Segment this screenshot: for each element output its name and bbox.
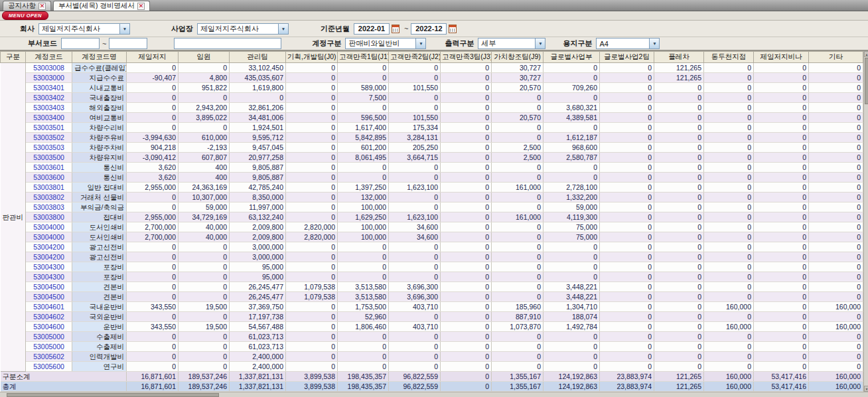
amount-cell[interactable]: 0 [654,133,704,143]
amount-cell[interactable]: 1,623,100 [389,183,441,193]
amount-cell[interactable]: 0 [286,173,338,183]
amount-cell[interactable]: 0 [809,73,863,83]
amount-cell[interactable]: 0 [654,232,704,242]
amount-cell[interactable]: 0 [754,312,809,322]
amount-cell[interactable]: 0 [492,342,543,352]
amount-cell[interactable]: 0 [809,143,863,153]
amount-cell[interactable]: 0 [127,282,179,292]
amount-cell[interactable]: 9,595,712 [230,133,286,143]
amount-cell[interactable]: 0 [809,352,863,362]
amount-cell[interactable]: 19,500 [179,302,230,312]
table-row[interactable]: 53003601통신비3,6204009,805,88700000000000 [1,163,863,173]
account-name-cell[interactable]: 부의금/축의금 [72,202,127,212]
amount-cell[interactable]: 0 [441,103,492,113]
amount-cell[interactable]: 0 [704,262,754,272]
account-code-cell[interactable]: 53004300 [26,272,72,282]
amount-cell[interactable]: 20,977,258 [230,153,286,163]
amount-cell[interactable]: 0 [809,212,863,222]
account-name-cell[interactable]: 시내교통비 [72,83,127,93]
company-select[interactable]: 제일저지주식회사 ▼ [38,23,130,35]
account-code-cell[interactable]: 53003501 [26,123,72,133]
table-row[interactable]: 53004200광고선전비003,000,00000000000000 [1,252,863,262]
amount-cell[interactable]: 0 [704,143,754,153]
table-row[interactable]: 53003503차량주차비904,218-2,1939,457,0450601,… [1,143,863,153]
amount-cell[interactable]: 0 [441,292,492,302]
amount-cell[interactable]: 101,550 [389,113,441,123]
account-code-cell[interactable]: 53005000 [26,342,72,352]
account-name-cell[interactable]: 접대비 [72,212,127,222]
amount-cell[interactable]: 0 [286,193,338,202]
amount-cell[interactable]: 0 [754,103,809,113]
amount-cell[interactable]: 403,710 [389,322,441,332]
amount-cell[interactable]: 8,350,000 [230,193,286,202]
amount-cell[interactable]: 0 [543,242,600,252]
amount-cell[interactable]: 0 [179,352,230,362]
amount-cell[interactable]: 0 [441,282,492,292]
amount-cell[interactable]: 160,000 [809,302,863,312]
amount-cell[interactable]: 0 [338,252,389,262]
amount-cell[interactable]: 0 [704,123,754,133]
amount-cell[interactable]: 0 [492,262,543,272]
amount-cell[interactable]: 0 [600,342,654,352]
amount-cell[interactable]: 0 [492,222,543,232]
amount-cell[interactable]: 0 [338,362,389,372]
amount-cell[interactable]: 3,513,580 [338,292,389,302]
amount-cell[interactable]: 37,369,750 [230,302,286,312]
amount-cell[interactable]: 0 [492,242,543,252]
amount-cell[interactable]: 0 [600,113,654,123]
amount-cell[interactable]: 0 [286,272,338,282]
amount-cell[interactable]: 1,079,538 [286,292,338,302]
amount-cell[interactable]: 30,727 [492,73,543,83]
amount-cell[interactable]: 100,000 [338,202,389,212]
amount-cell[interactable]: 0 [389,362,441,372]
amount-cell[interactable]: 1,492,784 [543,322,600,332]
amount-cell[interactable]: 601,200 [338,143,389,153]
amount-cell[interactable]: 0 [654,143,704,153]
amount-cell[interactable]: 0 [389,272,441,282]
amount-cell[interactable]: 0 [600,63,654,73]
amount-cell[interactable]: 0 [809,103,863,113]
amount-cell[interactable]: 0 [389,242,441,252]
amount-cell[interactable]: 589,000 [338,83,389,93]
amount-cell[interactable]: 596,500 [338,113,389,123]
amount-cell[interactable]: 343,550 [127,322,179,332]
amount-cell[interactable]: 0 [809,262,863,272]
amount-cell[interactable]: 0 [441,73,492,83]
amount-cell[interactable]: 0 [809,183,863,193]
amount-cell[interactable]: 0 [492,173,543,183]
account-code-cell[interactable]: 53004000 [26,222,72,232]
calendar-icon[interactable] [392,25,399,33]
amount-cell[interactable]: 0 [754,153,809,163]
amount-cell[interactable]: 0 [654,252,704,262]
amount-cell[interactable]: 0 [704,193,754,202]
account-code-cell[interactable]: 53003801 [26,183,72,193]
table-row[interactable]: 53003802거래처 선물비010,307,0008,350,0000132,… [1,193,863,202]
amount-cell[interactable]: 2,580,787 [543,153,600,163]
amount-cell[interactable]: 17,197,738 [230,312,286,322]
table-row[interactable]: 53003402국내출장비00007,500000000000 [1,93,863,103]
amount-cell[interactable]: 0 [441,302,492,312]
amount-cell[interactable]: 2,728,100 [543,183,600,193]
amount-cell[interactable]: 121,265 [654,63,704,73]
account-code-cell[interactable]: 53005602 [26,352,72,362]
account-name-cell[interactable]: 수출제비 [72,342,127,352]
table-row[interactable]: 53005602인력개발비002,400,00000000000000 [1,352,863,362]
amount-cell[interactable]: 0 [654,183,704,193]
amount-cell[interactable]: 0 [543,63,600,73]
amount-cell[interactable]: 0 [441,242,492,252]
total-row[interactable]: 총계16,871,601189,537,2461,337,821,1313,89… [1,382,863,392]
amount-cell[interactable]: 2,943,200 [179,103,230,113]
amount-cell[interactable]: 0 [492,123,543,133]
amount-cell[interactable]: 0 [286,63,338,73]
amount-cell[interactable]: 0 [389,63,441,73]
amount-cell[interactable]: 0 [492,202,543,212]
amount-cell[interactable]: 0 [754,163,809,173]
amount-cell[interactable]: 0 [179,282,230,292]
amount-cell[interactable]: 0 [654,262,704,272]
amount-cell[interactable]: 3,000,000 [230,252,286,262]
amount-cell[interactable]: 0 [338,242,389,252]
amount-cell[interactable]: 0 [286,143,338,153]
menu-open-button[interactable]: MENU OPEN [2,11,48,20]
amount-cell[interactable]: 0 [600,352,654,362]
amount-cell[interactable]: 0 [492,272,543,282]
